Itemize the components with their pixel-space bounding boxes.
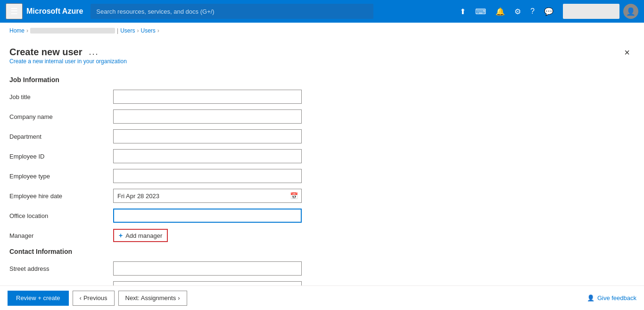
profile-area: 👤 <box>563 4 638 19</box>
page-header: Create new user ... Create a new interna… <box>9 46 633 72</box>
add-manager-button[interactable]: + Add manager <box>113 229 168 242</box>
add-manager-plus-icon: + <box>119 232 123 239</box>
contact-information-section-header: Contact Information <box>9 248 633 255</box>
employee-type-label: Employee type <box>9 173 113 180</box>
scrollable-form: Create new user ... Create a new interna… <box>0 39 644 310</box>
close-button[interactable]: × <box>621 46 633 59</box>
breadcrumb-users-2[interactable]: Users <box>140 27 155 34</box>
office-location-row: Office location <box>9 208 633 223</box>
employee-hire-date-input[interactable] <box>113 189 302 203</box>
breadcrumb-sep-3: › <box>137 27 139 34</box>
employee-hire-date-row: Employee hire date 📅 <box>9 188 633 203</box>
top-nav: ☰ Microsoft Azure ⬆ ⌨ 🔔 ⚙ ? 💬 👤 <box>0 0 644 23</box>
employee-id-row: Employee ID <box>9 149 633 164</box>
office-location-label: Office location <box>9 212 113 219</box>
company-name-row: Company name <box>9 109 633 124</box>
company-name-label: Company name <box>9 113 113 120</box>
manager-label: Manager <box>9 232 113 239</box>
breadcrumb-sep-1: › <box>26 27 28 34</box>
next-label: Next: Assignments <box>125 294 176 302</box>
terminal-icon[interactable]: ⌨ <box>471 4 490 19</box>
employee-hire-date-label: Employee hire date <box>9 193 113 200</box>
settings-icon[interactable]: ⚙ <box>511 4 525 19</box>
bottom-toolbar: Review + create ‹ Previous Next: Assignm… <box>0 285 644 310</box>
cloud-upload-icon[interactable]: ⬆ <box>456 4 470 19</box>
feedback-nav-icon[interactable]: 💬 <box>540 4 557 19</box>
breadcrumb-sep-4: › <box>157 27 159 34</box>
street-address-input[interactable] <box>113 261 302 276</box>
feedback-person-icon: 👤 <box>587 294 594 302</box>
previous-button[interactable]: ‹ Previous <box>73 291 115 306</box>
breadcrumb-users-1[interactable]: Users <box>120 27 135 34</box>
company-name-input[interactable] <box>113 109 302 124</box>
job-title-label: Job title <box>9 93 113 101</box>
give-feedback-button[interactable]: 👤 Give feedback <box>587 294 636 302</box>
next-assignments-button[interactable]: Next: Assignments › <box>118 291 187 306</box>
content-area: Create new user ... Create a new interna… <box>0 39 644 310</box>
department-input[interactable] <box>113 129 302 143</box>
add-manager-label: Add manager <box>125 232 162 239</box>
avatar[interactable]: 👤 <box>623 4 638 19</box>
manager-row: Manager + Add manager <box>9 228 633 243</box>
next-icon: › <box>178 294 180 302</box>
department-label: Department <box>9 133 113 140</box>
breadcrumb: Home › | Users › Users › <box>0 23 644 39</box>
job-information-section-header: Job Information <box>9 76 633 84</box>
breadcrumb-sep-2: | <box>117 27 118 34</box>
employee-type-input[interactable] <box>113 169 302 183</box>
brand-name: Microsoft Azure <box>26 7 83 16</box>
employee-type-row: Employee type <box>9 168 633 184</box>
date-input-wrapper: 📅 <box>113 189 302 203</box>
nav-icons: ⬆ ⌨ 🔔 ⚙ ? 💬 👤 <box>456 4 638 19</box>
employee-id-input[interactable] <box>113 149 302 163</box>
hamburger-button[interactable]: ☰ <box>6 3 23 19</box>
office-location-input[interactable] <box>113 209 302 223</box>
job-title-row: Job title <box>9 89 633 104</box>
previous-label: Previous <box>83 294 107 302</box>
notifications-icon[interactable]: 🔔 <box>492 4 509 19</box>
breadcrumb-home[interactable]: Home <box>9 27 25 34</box>
employee-id-label: Employee ID <box>9 153 113 160</box>
job-title-input[interactable] <box>113 90 302 104</box>
street-address-label: Street address <box>9 265 113 272</box>
review-create-button[interactable]: Review + create <box>8 291 69 306</box>
search-input[interactable] <box>91 4 373 19</box>
department-row: Department <box>9 129 633 144</box>
more-options-button[interactable]: ... <box>86 46 102 58</box>
page-title: Create new user <box>9 47 83 58</box>
page-subtitle: Create a new internal user in your organ… <box>9 58 127 65</box>
previous-icon: ‹ <box>80 294 82 302</box>
breadcrumb-tenant <box>30 28 115 34</box>
give-feedback-label: Give feedback <box>597 294 636 302</box>
profile-name[interactable] <box>563 4 619 19</box>
street-address-row: Street address <box>9 261 633 276</box>
help-icon[interactable]: ? <box>527 4 538 18</box>
